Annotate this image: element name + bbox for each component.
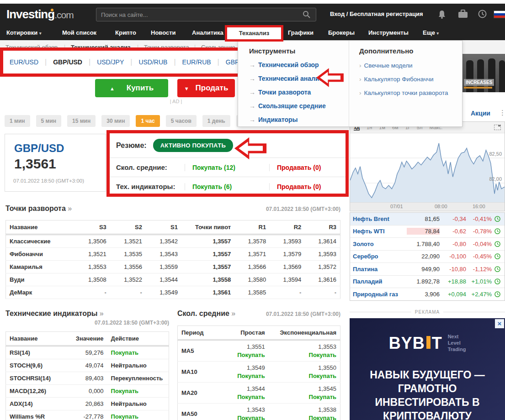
ad-close-icon[interactable]: ×: [495, 319, 504, 328]
table-row: STOCHRSI(14)89,403Перекупленность: [6, 372, 169, 385]
clock-icon[interactable]: [494, 266, 500, 272]
pair-tab-usdrub[interactable]: USD/RUB: [138, 58, 167, 66]
separator: |: [218, 58, 219, 66]
nav-item-quotes[interactable]: Котировки ▾: [6, 29, 41, 36]
kebab-menu-icon[interactable]: ⋮: [499, 109, 505, 117]
separator: |: [174, 58, 175, 66]
buy-button[interactable]: ▲Купить: [95, 79, 168, 97]
indicators-section-title[interactable]: Технические индикаторы »: [5, 310, 104, 318]
table-row: Платина 949,90 -10,80 -1,12%: [350, 263, 505, 276]
clock-icon[interactable]: [494, 291, 500, 297]
price-value: 1.892,78: [407, 278, 440, 285]
nav-item-tools[interactable]: Инструменты: [368, 29, 409, 36]
ma-timestamp: 07.01.2022 18:50 (GMT+3:00): [203, 311, 340, 317]
change-value: -0,80: [440, 241, 466, 247]
clock-icon[interactable]: [494, 278, 500, 284]
change-value: +0,094: [440, 291, 466, 298]
nav-item-crypto[interactable]: Крипто: [115, 29, 136, 36]
table-row: Классические1,35061,35211,35421,35571,35…: [6, 235, 340, 248]
price-value: 78,84: [407, 228, 440, 235]
ad-brand-logo: BYBT: [389, 334, 442, 353]
menu-item-pivot-points[interactable]: →Точки разворота: [249, 89, 311, 96]
clock-icon[interactable]: [494, 216, 500, 222]
table-row: Палладий 1.892,78 +18,88 +1,01%: [350, 276, 505, 289]
clock-icon[interactable]: [494, 228, 500, 234]
percent-value: -1,12%: [466, 266, 492, 273]
menu-item-indicators[interactable]: →Индикаторы: [249, 116, 298, 123]
area-chart[interactable]: [350, 133, 505, 203]
fullscreen-expand-icon[interactable]: [494, 125, 501, 130]
percent-value: -0,04%: [466, 241, 492, 247]
summary-highlight-box: Резюме: АКТИВНО ПОКУПАТЬ Скол. средние: …: [106, 130, 349, 197]
annotation-arrow-left-icon: [229, 136, 272, 161]
login-link[interactable]: Вход / Бесплатная регистрация: [330, 10, 423, 17]
notifications-bell-icon[interactable]: [438, 10, 446, 19]
quote-timestamp: 07.01.2022 18:50 (GMT+3:00): [13, 178, 84, 184]
price-value: 949,90: [407, 266, 440, 273]
instrument-link[interactable]: Природный газ: [353, 291, 407, 298]
pair-tab-eurusd[interactable]: EUR/USD: [10, 58, 38, 66]
chevron-down-icon: ▾: [437, 31, 439, 36]
pivot-section-title[interactable]: Точки разворота »: [5, 205, 72, 213]
timeframe-30min[interactable]: 30 мин: [101, 115, 130, 127]
menu-item-candlestick-patterns[interactable]: ›Свечные модели: [359, 62, 413, 69]
pair-tab-usdjpy[interactable]: USD/JPY: [97, 58, 124, 66]
instrument-link[interactable]: Серебро: [353, 253, 407, 260]
timeframe-1h[interactable]: 1 час: [136, 115, 159, 127]
nav-item-brokers[interactable]: Брокеры: [328, 29, 355, 36]
nav-item-technical-analysis[interactable]: Теханализ: [225, 25, 283, 42]
nav-item-analytics[interactable]: Аналитика: [192, 29, 223, 36]
instrument-link[interactable]: Нефть WTI: [353, 228, 407, 235]
nav-item-watchlist[interactable]: Мой список: [62, 29, 96, 36]
menu-item-moving-averages[interactable]: →Скользящие средние: [249, 102, 326, 110]
thumbnail-caption: INCREASES: [464, 79, 494, 86]
portfolio-briefcase-icon[interactable]: [458, 10, 468, 18]
pair-tab-gbpusd[interactable]: GBP/USD: [53, 58, 82, 66]
pair-tab-eurrub[interactable]: EUR/RUB: [182, 58, 211, 66]
more-link-icon: »: [68, 205, 72, 212]
y-axis-label: 82,50: [489, 151, 502, 157]
change-value: -0,34: [440, 215, 466, 222]
menu-item-fibonacci-calculator[interactable]: ›Калькулятор Фибоначчи: [359, 76, 434, 83]
logo-text: Investing: [6, 7, 54, 21]
nav-item-more[interactable]: Еще ▾: [423, 29, 439, 36]
market-clock-icon[interactable]: [478, 10, 487, 18]
clock-icon[interactable]: [494, 253, 500, 259]
nav-item-charts[interactable]: Графики: [288, 29, 314, 36]
search-icon[interactable]: [303, 10, 310, 18]
site-logo[interactable]: Investing.com: [6, 7, 74, 21]
menu-item-tech-analysis[interactable]: →Технический анализ: [249, 75, 322, 82]
tab-stocks[interactable]: Акции: [471, 110, 490, 117]
mini-chart-panel: 1д 1н 1м 6м 1г 5л Макс. 82,50 82,00 07/0…: [350, 121, 505, 211]
chevron-down-icon: ▾: [39, 31, 42, 36]
timeframe-5min[interactable]: 5 мин: [36, 115, 62, 127]
timeframe-1min[interactable]: 1 мин: [5, 115, 30, 127]
nav-item-news[interactable]: Новости: [151, 29, 176, 36]
instrument-link[interactable]: Нефть Brent: [353, 215, 407, 222]
chevron-right-icon: ›: [359, 76, 361, 83]
separator: |: [89, 58, 90, 66]
menu-item-pivot-calculator[interactable]: ›Калькулятор точки разворота: [359, 89, 448, 96]
site-header: Investing.com Вход / Бесплатная регистра…: [0, 4, 505, 25]
timeframe-1d[interactable]: 1 день: [202, 115, 230, 127]
instrument-link[interactable]: Платина: [353, 266, 407, 273]
logo-suffix: .com: [54, 10, 74, 20]
technical-analysis-dropdown: Инструменты →Технический обзор →Техничес…: [238, 40, 462, 127]
percent-value: -0,41%: [466, 215, 492, 222]
menu-item-tech-overview[interactable]: →Технический обзор: [249, 61, 319, 68]
timeframe-5h[interactable]: 5 часов: [166, 115, 197, 127]
search-input[interactable]: [96, 8, 316, 21]
price-value: 1.788,40: [407, 241, 440, 247]
clock-icon[interactable]: [494, 241, 500, 247]
instrument-link[interactable]: Золото: [353, 241, 407, 247]
quote-pair[interactable]: GBP/USD: [14, 142, 64, 155]
sell-button[interactable]: ▼Продать: [177, 79, 235, 97]
timeframe-15min[interactable]: 15 мин: [67, 115, 96, 127]
arrow-down-icon: ▼: [184, 86, 189, 91]
video-thumbnail[interactable]: INCREASES: [462, 54, 505, 92]
summary-buy-count: Покупать (12): [185, 164, 269, 171]
language-flag-ru-icon[interactable]: [494, 10, 505, 18]
annotation-arrow-left-icon: [315, 67, 345, 88]
instrument-link[interactable]: Палладий: [353, 278, 407, 285]
ad-banner[interactable]: × BYBT Next Level Trading НАВЫК БУДУЩЕГО…: [350, 318, 505, 420]
